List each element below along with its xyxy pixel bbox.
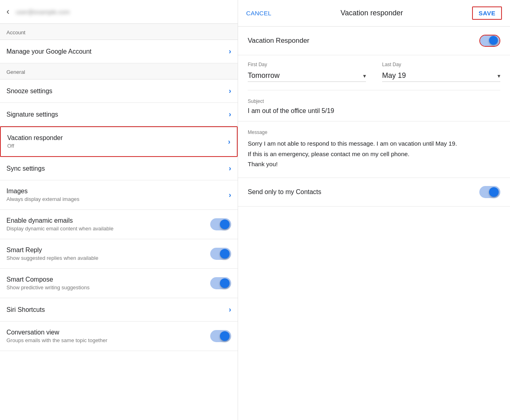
smart-reply-title: Smart Reply: [6, 247, 98, 254]
dynamic-emails-toggle[interactable]: [210, 218, 231, 230]
vacation-responder-label: Vacation Responder: [248, 37, 309, 45]
days-row: First Day Tomorrow ▾ Last Day May 19 ▾: [238, 55, 510, 84]
first-day-select[interactable]: Tomorrow ▾: [248, 70, 366, 82]
left-panel: ‹ user@example.com Account Manage your G…: [0, 0, 238, 420]
manage-google-title: Manage your Google Account: [6, 48, 92, 55]
account-email: user@example.com: [16, 8, 70, 15]
first-day-value: Tomorrow: [248, 71, 280, 80]
conversation-view-title: Conversation view: [6, 329, 107, 336]
right-content: Vacation Responder First Day Tomorrow ▾ …: [238, 27, 510, 420]
section-general: General: [0, 63, 238, 79]
smart-compose-title: Smart Compose: [6, 276, 90, 283]
dynamic-emails-subtitle: Display dynamic email content when avail…: [6, 226, 113, 232]
sidebar-item-signature[interactable]: Signature settings ›: [0, 103, 238, 126]
smart-compose-toggle[interactable]: [210, 277, 231, 289]
message-section: Message Sorry I am not able to respond t…: [238, 121, 510, 178]
siri-title: Siri Shortcuts: [6, 306, 45, 313]
sidebar-item-siri[interactable]: Siri Shortcuts ›: [0, 298, 238, 322]
right-panel: CANCEL Vacation responder SAVE Vacation …: [238, 0, 510, 420]
contacts-row: Send only to my Contacts: [238, 178, 510, 207]
chevron-icon: ›: [228, 138, 230, 146]
signature-title: Signature settings: [6, 111, 58, 118]
days-divider: [248, 84, 500, 90]
last-day-label: Last Day: [382, 62, 500, 67]
sidebar-item-manage-google[interactable]: Manage your Google Account ›: [0, 40, 238, 63]
dynamic-emails-title: Enable dynamic emails: [6, 217, 113, 224]
last-day-select[interactable]: May 19 ▾: [382, 70, 500, 82]
contacts-label: Send only to my Contacts: [248, 188, 321, 196]
chevron-icon: ›: [229, 87, 231, 95]
sidebar-item-sync[interactable]: Sync settings ›: [0, 157, 238, 180]
last-day-dropdown-icon: ▾: [497, 73, 500, 79]
conversation-view-subtitle: Groups emails with the same topic togeth…: [6, 337, 107, 343]
smart-reply-toggle[interactable]: [210, 248, 231, 260]
contacts-toggle[interactable]: [479, 186, 500, 198]
cancel-button[interactable]: CANCEL: [246, 10, 272, 17]
first-day-dropdown-icon: ▾: [363, 73, 366, 79]
last-day-value: May 19: [382, 71, 406, 80]
subject-label: Subject: [248, 98, 500, 104]
conversation-view-toggle[interactable]: [210, 330, 231, 342]
last-day-field: Last Day May 19 ▾: [382, 62, 500, 82]
vacation-subtitle: Off: [7, 143, 63, 149]
message-value[interactable]: Sorry I am not able to respond to this m…: [248, 138, 500, 169]
sync-title: Sync settings: [6, 165, 45, 172]
vacation-title: Vacation responder: [7, 134, 63, 142]
smart-compose-subtitle: Show predictive writing suggestions: [6, 284, 90, 290]
sidebar-item-snooze[interactable]: Snooze settings ›: [0, 79, 238, 103]
section-account: Account: [0, 24, 238, 40]
back-button[interactable]: ‹: [6, 7, 9, 16]
first-day-label: First Day: [248, 62, 366, 67]
right-header: CANCEL Vacation responder SAVE: [238, 0, 510, 27]
subject-section: Subject I am out of the office until 5/1…: [238, 90, 510, 121]
vacation-responder-toggle[interactable]: [479, 35, 500, 47]
chevron-icon: ›: [229, 164, 231, 173]
first-day-field: First Day Tomorrow ▾: [248, 62, 366, 82]
subject-value[interactable]: I am out of the office until 5/19: [248, 107, 500, 115]
chevron-icon: ›: [229, 191, 231, 199]
sidebar-item-smart-compose: Smart Compose Show predictive writing su…: [0, 269, 238, 298]
sidebar-item-images[interactable]: Images Always display external images ›: [0, 180, 238, 210]
sidebar-item-vacation[interactable]: Vacation responder Off ›: [0, 126, 238, 157]
save-button[interactable]: SAVE: [472, 6, 502, 20]
snooze-title: Snooze settings: [6, 88, 52, 95]
page-title: Vacation responder: [341, 9, 403, 17]
smart-reply-subtitle: Show suggested replies when available: [6, 255, 98, 261]
chevron-icon: ›: [229, 47, 231, 56]
sidebar-item-smart-reply: Smart Reply Show suggested replies when …: [0, 239, 238, 269]
sidebar-item-dynamic-emails: Enable dynamic emails Display dynamic em…: [0, 210, 238, 239]
message-label: Message: [248, 130, 500, 135]
left-header: ‹ user@example.com: [0, 0, 238, 24]
chevron-icon: ›: [229, 305, 231, 314]
images-subtitle: Always display external images: [6, 196, 79, 202]
vacation-responder-row: Vacation Responder: [238, 27, 510, 55]
sidebar-item-conversation-view: Conversation view Groups emails with the…: [0, 322, 238, 351]
chevron-icon: ›: [229, 110, 231, 119]
images-title: Images: [6, 188, 79, 195]
